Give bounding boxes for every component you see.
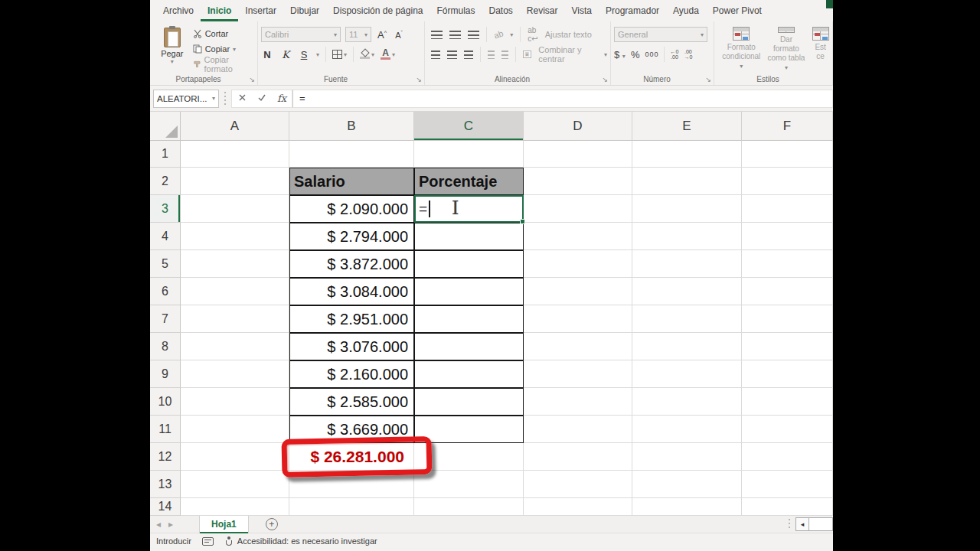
- dialog-launcher-icon[interactable]: ↘: [416, 76, 422, 83]
- cell-D7[interactable]: [524, 305, 632, 333]
- cell-E8[interactable]: [632, 333, 742, 360]
- cell-C13[interactable]: [414, 471, 524, 498]
- cell-C10[interactable]: [414, 388, 524, 416]
- cell-A8[interactable]: [181, 333, 289, 360]
- cell-B5[interactable]: $ 3.872.000: [289, 250, 414, 278]
- increase-indent-icon[interactable]: [501, 51, 508, 59]
- row-header-10[interactable]: 10: [150, 388, 181, 416]
- cell-A7[interactable]: [181, 305, 289, 333]
- borders-button[interactable]: ▾: [332, 50, 347, 59]
- merge-center-button[interactable]: Combinar y centrar: [538, 45, 597, 64]
- scrollbar-thumb[interactable]: [809, 517, 833, 531]
- cell-C12[interactable]: [414, 443, 524, 471]
- name-box[interactable]: ALEATORI... ▾: [153, 90, 219, 108]
- cell-D2[interactable]: [524, 168, 632, 195]
- paste-button[interactable]: Pegar ▾: [156, 24, 188, 73]
- cell-E2[interactable]: [632, 168, 742, 195]
- copy-dropdown-icon[interactable]: ▾: [233, 46, 236, 53]
- cell-E5[interactable]: [632, 250, 742, 278]
- align-left-icon[interactable]: [431, 51, 440, 59]
- cell-F4[interactable]: [742, 223, 833, 250]
- cell-E3[interactable]: [632, 195, 742, 223]
- cell-F3[interactable]: [742, 195, 833, 223]
- cell-A13[interactable]: [181, 471, 289, 498]
- cell-D1[interactable]: [524, 141, 632, 168]
- decrease-decimal-icon[interactable]: .00→0: [684, 49, 692, 60]
- column-header-E[interactable]: E: [632, 112, 742, 141]
- cut-button[interactable]: Cortar: [193, 28, 254, 40]
- cell-C11[interactable]: [414, 416, 524, 443]
- row-header-9[interactable]: 9: [150, 360, 181, 388]
- sheet-nav-right-icon[interactable]: ▸: [162, 519, 179, 530]
- percent-format-button[interactable]: %: [631, 49, 640, 60]
- copy-button[interactable]: Copiar ▾: [193, 43, 254, 55]
- cell-D6[interactable]: [524, 278, 632, 305]
- cell-A14[interactable]: [181, 498, 289, 516]
- row-header-2[interactable]: 2: [150, 168, 181, 195]
- cell-F12[interactable]: [742, 443, 833, 471]
- format-painter-button[interactable]: Copiar formato: [193, 58, 254, 70]
- cell-D9[interactable]: [524, 360, 632, 388]
- cell-B13[interactable]: [289, 471, 414, 498]
- cell-styles-button[interactable]: Estce: [812, 24, 829, 73]
- cell-B10[interactable]: $ 2.585.000: [289, 388, 414, 416]
- decrease-font-button[interactable]: Aˇ: [393, 30, 405, 40]
- accessibility-status[interactable]: Accesibilidad: es necesario investigar: [224, 536, 377, 546]
- fill-color-button[interactable]: ▾: [360, 50, 374, 59]
- cell-A2[interactable]: [181, 168, 289, 195]
- cell-C4[interactable]: [414, 223, 524, 250]
- fill-handle[interactable]: [520, 219, 525, 224]
- underline-button[interactable]: S: [298, 49, 310, 60]
- cell-E10[interactable]: [632, 388, 742, 416]
- cell-F9[interactable]: [742, 360, 833, 388]
- scrollbar-grip[interactable]: [787, 519, 792, 530]
- tab-revisar[interactable]: Revisar: [520, 2, 565, 21]
- cell-C3[interactable]: =: [414, 195, 524, 223]
- enter-button[interactable]: [252, 93, 272, 104]
- dialog-launcher-icon[interactable]: ↘: [705, 76, 711, 83]
- cell-D4[interactable]: [524, 223, 632, 250]
- wrap-text-button[interactable]: Ajustar texto: [545, 30, 592, 39]
- cell-D5[interactable]: [524, 250, 632, 278]
- cell-E11[interactable]: [632, 416, 742, 443]
- cell-C1[interactable]: [414, 141, 524, 168]
- row-header-13[interactable]: 13: [150, 471, 181, 498]
- cell-F13[interactable]: [742, 471, 833, 498]
- cell-E12[interactable]: [632, 443, 742, 471]
- conditional-formatting-button[interactable]: Formatocondicional ▾: [722, 24, 761, 73]
- number-format-select[interactable]: General▾: [614, 27, 707, 42]
- cell-F2[interactable]: [742, 168, 833, 195]
- tab-programador[interactable]: Programador: [599, 2, 666, 21]
- cell-F7[interactable]: [742, 305, 833, 333]
- tab-vista[interactable]: Vista: [565, 2, 599, 21]
- column-header-C[interactable]: C: [414, 112, 524, 141]
- row-header-11[interactable]: 11: [150, 416, 181, 443]
- cell-E13[interactable]: [632, 471, 742, 498]
- cell-F8[interactable]: [742, 333, 833, 360]
- cell-A11[interactable]: [181, 416, 289, 443]
- cell-E7[interactable]: [632, 305, 742, 333]
- cell-F14[interactable]: [742, 498, 833, 516]
- cell-A10[interactable]: [181, 388, 289, 416]
- row-header-4[interactable]: 4: [150, 223, 181, 250]
- align-right-icon[interactable]: [464, 51, 473, 59]
- tab-insertar[interactable]: Insertar: [238, 2, 283, 21]
- cell-C14[interactable]: [414, 498, 524, 516]
- cell-C2[interactable]: Porcentaje: [414, 168, 524, 195]
- insert-function-button[interactable]: fx: [272, 93, 292, 104]
- tab-formulas[interactable]: Fórmulas: [430, 2, 482, 21]
- row-header-1[interactable]: 1: [150, 141, 181, 168]
- align-middle-icon[interactable]: [449, 31, 461, 39]
- cell-B2[interactable]: Salario: [289, 168, 414, 195]
- cell-A9[interactable]: [181, 360, 289, 388]
- align-top-icon[interactable]: [431, 31, 443, 39]
- cell-C8[interactable]: [414, 333, 524, 360]
- decrease-indent-icon[interactable]: [488, 51, 495, 59]
- italic-button[interactable]: K: [279, 49, 292, 60]
- sheet-tab-hoja1[interactable]: Hoja1: [199, 516, 249, 533]
- font-color-button[interactable]: A▾: [381, 49, 395, 60]
- select-all-corner[interactable]: [150, 112, 181, 141]
- cell-E1[interactable]: [632, 141, 742, 168]
- name-box-dropdown-icon[interactable]: ▾: [212, 95, 215, 102]
- cell-F1[interactable]: [742, 141, 833, 168]
